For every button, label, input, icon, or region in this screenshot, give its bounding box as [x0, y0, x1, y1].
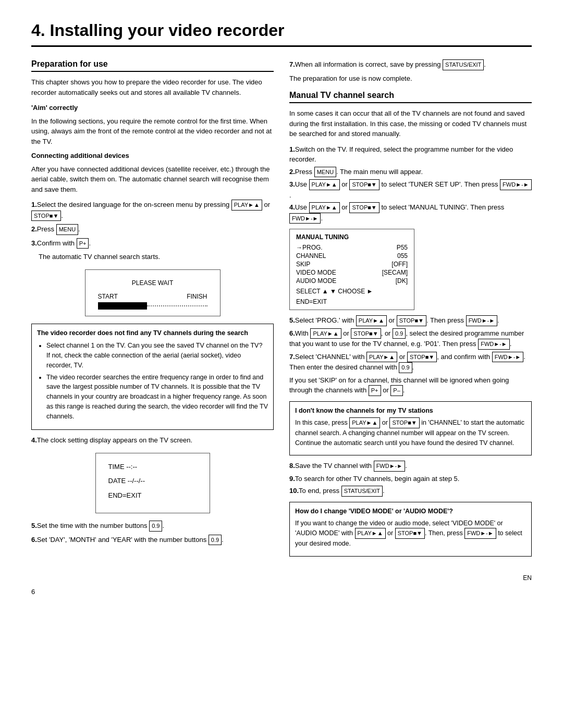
step-r9: 9.To search for other TV channels, begin… — [289, 474, 532, 484]
num-btn-6: 0.9 — [209, 535, 222, 546]
mt-audiomode-value: [DK] — [396, 277, 408, 285]
mt-row-videomode: VIDEO MODE [SECAM] — [296, 269, 408, 276]
num-btn-5: 0.9 — [149, 521, 162, 532]
mt-prog-value: P55 — [397, 244, 408, 251]
mt-prog-label: →PROG. — [296, 244, 323, 251]
step-r10: 10.To end, press STATUS/EXIT. — [289, 486, 532, 497]
stop-btn-r6: STOP■▼ — [351, 328, 381, 339]
warning-list: Select channel 1 on the TV. Can you see … — [46, 341, 268, 421]
section2-intro: In some cases it can occur that all of t… — [289, 108, 532, 139]
idontknow-box: I don't know the channels for my TV stat… — [289, 401, 532, 456]
steps-1-3: 1.Select the desired language for the on… — [31, 200, 274, 262]
page-number: 6 — [31, 588, 35, 596]
step2: 2.Press MENU. — [31, 224, 274, 235]
mt-videomode-label: VIDEO MODE — [296, 269, 336, 276]
stop-btn-r4: STOP■▼ — [349, 202, 379, 213]
page-title: 4. Installing your video recorder — [31, 21, 532, 47]
step6: 6.Set 'DAY', 'MONTH' and 'YEAR' with the… — [31, 535, 274, 546]
videomode-box: How do I change 'VIDEO MODE' or 'AUDIO M… — [289, 502, 532, 557]
play-btn-idk: PLAY►▲ — [349, 417, 380, 428]
step-r7: 7.Select 'CHANNEL' with PLAY►▲ or STOP■▼… — [289, 352, 532, 373]
step7-suffix: The preparation for use is now complete. — [289, 73, 532, 84]
step7: 7.When all information is correct, save … — [289, 59, 532, 70]
step-r2: 2.Press MENU. The main menu will appear. — [289, 167, 532, 178]
stop-btn-r3: STOP■▼ — [349, 179, 379, 190]
play-btn-1: PLAY►▲ — [231, 200, 262, 211]
play-btn-r5: PLAY►▲ — [356, 315, 387, 326]
step-r1: 1.Switch on the TV. If required, select … — [289, 144, 532, 165]
warning-item-2: The video recorder searches the entire f… — [46, 373, 268, 422]
please-wait-label: PLEASE WAIT — [98, 278, 207, 288]
stop-btn-1: STOP■▼ — [31, 211, 61, 221]
play-btn-vm: PLAY►▲ — [355, 528, 386, 539]
step4: 4.The clock setting display appears on t… — [31, 435, 274, 446]
menu-btn-r: MENU — [314, 167, 336, 178]
fwd-btn-r7: FWD►-► — [492, 352, 523, 363]
page-footer: 6 EN — [31, 572, 532, 596]
section1-intro: This chapter shows you how to prepare th… — [31, 77, 274, 97]
stop-btn-r5: STOP■▼ — [397, 315, 426, 326]
status-exit-btn-1: STATUS/EXIT — [443, 59, 484, 70]
num-btn-r6: 0.9 — [393, 328, 406, 339]
play-btn-r6: PLAY►▲ — [310, 328, 341, 339]
stop-btn-r7: STOP■▼ — [407, 352, 437, 363]
left-column: Preparation for use This chapter shows y… — [31, 59, 274, 562]
status-exit-btn-r10: STATUS/EXIT — [341, 486, 383, 497]
warning-title: The video recorder does not find any TV … — [37, 328, 268, 338]
stop-btn-vm: STOP■▼ — [395, 528, 425, 539]
videomode-title: How do I change 'VIDEO MODE' or 'AUDIO M… — [295, 507, 526, 516]
section2-title: Manual TV channel search — [289, 91, 532, 103]
mt-row-audiomode: AUDIO MODE [DK] — [296, 277, 408, 285]
warning-box: The video recorder does not find any TV … — [31, 324, 274, 430]
idontknow-text: In this case, press PLAY►▲ or STOP■▼ in … — [295, 417, 526, 448]
manual-tuning-box: MANUAL TUNING →PROG. P55 CHANNEL 055 SKI… — [289, 229, 414, 310]
mt-videomode-value: [SECAM] — [382, 269, 408, 276]
mt-select-text: SELECT ▲ ▼ CHOOSE ► — [296, 288, 408, 295]
progress-labels: START FINISH — [98, 293, 207, 300]
p-plus-btn-r: P+ — [369, 385, 381, 396]
idontknow-title: I don't know the channels for my TV stat… — [295, 406, 526, 416]
clock-box: TIME --:-- DATE --/--/-- END=EXIT — [95, 453, 210, 514]
connecting-text: After you have connected additional devi… — [31, 164, 274, 195]
play-btn-r3: PLAY►▲ — [309, 179, 340, 190]
aim-text: In the following sections, you require t… — [31, 116, 274, 147]
fwd-btn-r4: FWD►-► — [289, 213, 321, 224]
step-r6: 6.With PLAY►▲ or STOP■▼, or 0.9, select … — [289, 328, 532, 350]
progress-bar — [98, 302, 207, 310]
manual-tuning-title: MANUAL TUNING — [296, 233, 408, 241]
fwd-btn-r3: FWD►-► — [500, 179, 531, 190]
step-r5: 5.Select 'PROG.' with PLAY►▲ or STOP■▼. … — [289, 315, 532, 326]
progress-dotted — [147, 305, 207, 310]
step1: 1.Select the desired language for the on… — [31, 200, 274, 221]
start-label: START — [98, 293, 118, 300]
p-minus-btn-r: P– — [390, 385, 402, 396]
step3: 3.Confirm with P+. — [31, 238, 274, 249]
mt-end-text: END=EXIT — [296, 298, 408, 305]
mt-skip-value: [OFF] — [391, 261, 408, 268]
finish-label: FINISH — [187, 293, 207, 300]
skip-text: If you set 'SKIP' on for a channel, this… — [289, 375, 532, 396]
warning-item-1: Select channel 1 on the TV. Can you see … — [46, 341, 268, 370]
fwd-btn-r6: FWD►-► — [478, 339, 509, 350]
mt-row-skip: SKIP [OFF] — [296, 261, 408, 268]
auto-search-text: The automatic TV channel search starts. — [39, 252, 274, 262]
progress-box: PLEASE WAIT START FINISH — [85, 269, 221, 316]
fwd-btn-vm: FWD►-► — [464, 528, 496, 539]
right-column: 7.When all information is correct, save … — [289, 59, 532, 562]
end-label: END=EXIT — [108, 490, 197, 501]
p-plus-btn: P+ — [77, 238, 89, 249]
step-r3: 3.Use PLAY►▲ or STOP■▼ to select 'TUNER … — [289, 179, 532, 200]
menu-btn-1: MENU — [56, 224, 78, 235]
section1-title: Preparation for use — [31, 59, 274, 72]
stop-btn-idk: STOP■▼ — [389, 417, 419, 428]
mt-audiomode-label: AUDIO MODE — [296, 277, 336, 285]
aim-title: 'Aim' correctly — [31, 104, 78, 112]
mt-skip-label: SKIP — [296, 261, 310, 268]
videomode-text: If you want to change the video or audio… — [295, 519, 526, 549]
mt-row-channel: CHANNEL 055 — [296, 252, 408, 260]
mt-row-prog: →PROG. P55 — [296, 244, 408, 251]
play-btn-r4: PLAY►▲ — [309, 202, 340, 213]
time-label: TIME --:-- — [108, 462, 197, 472]
connecting-title: Connecting additional devices — [31, 152, 129, 159]
num-btn-r7: 0.9 — [399, 362, 412, 373]
